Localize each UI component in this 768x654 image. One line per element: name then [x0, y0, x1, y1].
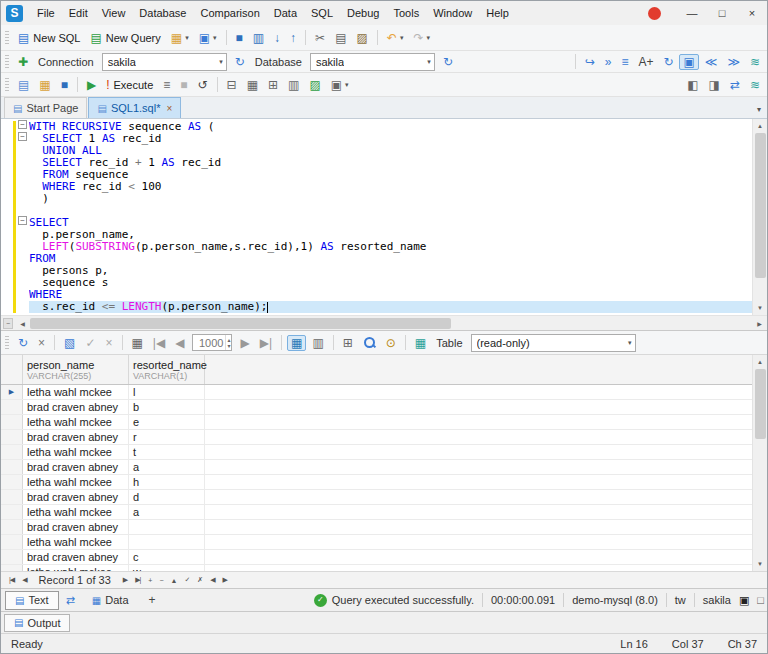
column-header-person_name[interactable]: person_nameVARCHAR(255) [23, 355, 129, 384]
cell-person_name[interactable]: brad craven abney [23, 400, 129, 414]
cell-person_name[interactable]: letha wahl mckee [23, 385, 129, 399]
table-row[interactable]: letha wahl mckeee [1, 415, 752, 430]
sql-editor[interactable]: −−− WITH RECURSIVE sequence AS ( SELECT … [1, 119, 767, 331]
close-button[interactable]: × [737, 1, 767, 25]
menu-tools[interactable]: Tools [386, 1, 426, 25]
menu-data[interactable]: Data [267, 1, 304, 25]
cell-resorted_name[interactable]: b [129, 400, 205, 414]
table-icon[interactable]: ▦ [411, 335, 430, 351]
cell-person_name[interactable]: letha wahl mckee [23, 445, 129, 459]
cell-resorted_name[interactable]: a [129, 505, 205, 519]
fold-collapse-icon[interactable]: − [18, 216, 27, 225]
cut-button[interactable]: ✂ [311, 30, 329, 46]
cancel-edit-icon[interactable]: ✗ [193, 576, 206, 584]
scroll-down-icon[interactable]: ▼ [753, 557, 767, 571]
menu-edit[interactable]: Edit [62, 1, 95, 25]
menu-view[interactable]: View [95, 1, 133, 25]
database-combo[interactable]: sakila▾ [310, 53, 435, 71]
query-history-button[interactable]: ↺ [194, 77, 212, 93]
append-record-icon[interactable]: + [144, 577, 155, 584]
card-view-button[interactable]: ▥ [308, 335, 327, 351]
cell-resorted_name[interactable]: t [129, 445, 205, 459]
import-button[interactable]: ↑ [286, 30, 300, 46]
table-row[interactable]: letha wahl mckeet [1, 445, 752, 460]
cell-resorted_name[interactable]: d [129, 490, 205, 504]
highlight-occurrences-button[interactable]: ▣ [679, 54, 698, 70]
cell-resorted_name[interactable] [129, 535, 205, 549]
code-line-2[interactable]: SELECT 1 AS rec_id [29, 133, 752, 145]
menu-file[interactable]: File [30, 1, 62, 25]
post-edit-icon[interactable]: ✓ [180, 576, 193, 584]
last-record-icon[interactable]: ▶| [131, 576, 144, 584]
cell-resorted_name[interactable]: r [129, 430, 205, 444]
code-area[interactable]: WITH RECURSIVE sequence AS ( SELECT 1 AS… [29, 119, 752, 315]
menu-comparison[interactable]: Comparison [193, 1, 266, 25]
new-sql-button[interactable]: ▤New SQL [14, 30, 84, 46]
cell-person_name[interactable]: brad craven abney [23, 490, 129, 504]
code-line-7[interactable]: ) [29, 193, 752, 205]
chevron-down-icon[interactable]: ▾ [628, 339, 632, 347]
grid-view-button[interactable]: ▦ [287, 335, 306, 351]
page-size-input[interactable]: 1000▴▾ [192, 334, 232, 351]
code-line-11[interactable]: LEFT(SUBSTRING(p.person_name,s.rec_id),1… [29, 241, 752, 253]
code-line-12[interactable]: FROM [29, 253, 752, 265]
cell-person_name[interactable]: brad craven abney [23, 550, 129, 564]
save-all-button[interactable]: ▥ [249, 30, 268, 46]
code-line-6[interactable]: WHERE rec_id < 100 [29, 181, 752, 193]
list-members-button[interactable]: ≡ [617, 54, 632, 70]
code-line-4[interactable]: SELECT rec_id + 1 AS rec_id [29, 157, 752, 169]
scroll-right-icon[interactable]: ▶ [219, 576, 231, 584]
tab-list-dropdown-icon[interactable]: ▾ [757, 105, 761, 114]
apply-filter-button[interactable]: ✓ [81, 335, 99, 351]
prev-record-icon[interactable]: ◀ [18, 576, 30, 584]
grid-vscrollbar[interactable]: ▲ ▼ [752, 355, 767, 571]
next-page-button[interactable]: ▶ [236, 335, 253, 351]
first-record-icon[interactable]: |◀ [5, 576, 18, 584]
scroll-left-icon[interactable]: ◀ [206, 576, 218, 584]
compare-results-icon[interactable]: ⇄ [60, 594, 81, 607]
next-record-icon[interactable]: ▶ [119, 576, 131, 584]
execute-settings-button[interactable]: ≡ [159, 77, 174, 93]
last-page-button[interactable]: ▶| [256, 335, 276, 351]
menu-debug[interactable]: Debug [340, 1, 386, 25]
scrollbar-thumb[interactable] [755, 369, 766, 439]
refresh-results-button[interactable]: ↻ [14, 335, 32, 351]
editor-hscrollbar[interactable]: − ◀ ▶ [1, 315, 767, 330]
scroll-up-icon[interactable]: ▲ [753, 119, 767, 133]
add-result-tab-button[interactable]: + [141, 591, 164, 610]
custom-filter-button[interactable]: ▧ [60, 335, 79, 351]
prev-page-button[interactable]: ◀ [171, 335, 188, 351]
cell-person_name[interactable]: brad craven abney [23, 460, 129, 474]
scroll-left-icon[interactable]: ◀ [15, 320, 30, 327]
layout-results-icon[interactable]: □ [757, 594, 764, 606]
layout-dropdown-button[interactable]: ▣▾ [327, 77, 353, 93]
chevron-down-icon[interactable]: ▾ [213, 34, 217, 42]
chevron-down-icon[interactable]: ▾ [345, 81, 349, 89]
search-button[interactable] [359, 334, 380, 351]
undo-button[interactable]: ↶▾ [383, 30, 408, 46]
scroll-up-icon[interactable]: ▲ [753, 355, 767, 369]
table-row[interactable]: brad craven abneyc [1, 550, 752, 565]
indent-button[interactable]: ≫ [723, 54, 744, 70]
table-row[interactable]: brad craven abneyr [1, 430, 752, 445]
cell-resorted_name[interactable] [129, 520, 205, 534]
outdent-button[interactable]: ≪ [701, 54, 722, 70]
minimize-button[interactable]: — [677, 1, 707, 25]
fetch-mode-button[interactable]: ▦ [128, 335, 147, 351]
menu-help[interactable]: Help [479, 1, 516, 25]
tab-start-page[interactable]: ▤Start Page [4, 97, 87, 118]
code-line-8[interactable] [29, 205, 752, 217]
scrollbar-thumb[interactable] [755, 133, 766, 278]
execute-button[interactable]: !Execute [102, 77, 157, 93]
chevron-down-icon[interactable]: ▾ [400, 34, 404, 42]
layout-editor-icon[interactable]: ▣ [739, 594, 749, 607]
close-icon[interactable]: × [166, 103, 172, 114]
split-editor-handle[interactable]: − [3, 318, 13, 329]
cell-resorted_name[interactable]: a [129, 460, 205, 474]
clear-filter-button[interactable]: × [101, 335, 116, 351]
goto-button[interactable]: ↪ [581, 54, 599, 70]
refresh-document-button[interactable]: ↻ [659, 54, 677, 70]
column-header-resorted_name[interactable]: resorted_nameVARCHAR(1) [129, 355, 205, 384]
export-button[interactable]: ↓ [270, 30, 284, 46]
dock-bottom-button[interactable]: ◨ [705, 77, 724, 93]
